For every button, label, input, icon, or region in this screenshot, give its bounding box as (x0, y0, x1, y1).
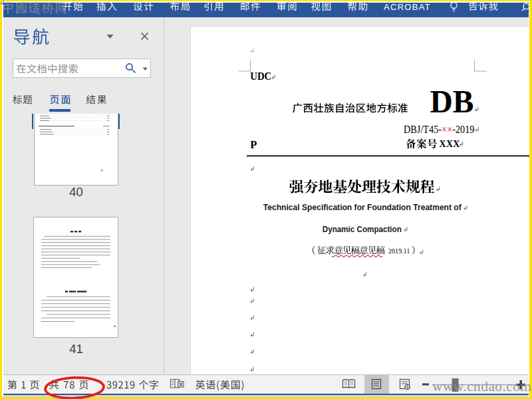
svg-text:40: 40 (69, 185, 83, 199)
svg-text:UDC: UDC (250, 70, 271, 82)
svg-text:DB: DB (430, 84, 474, 119)
svg-text:ACROBAT: ACROBAT (384, 2, 431, 12)
svg-text:www.cndao.com: www.cndao.com (432, 378, 532, 394)
svg-text:2019.11: 2019.11 (388, 247, 410, 255)
svg-text:XXX: XXX (440, 139, 460, 149)
svg-text:P: P (250, 138, 257, 151)
svg-text:Dynamic Compaction: Dynamic Compaction (323, 225, 402, 234)
svg-text:41: 41 (69, 342, 83, 356)
svg-text:DBJ/T45-××-2019: DBJ/T45-××-2019 (404, 123, 475, 136)
svg-text:Technical Specification for Fo: Technical Specification for Foundation T… (263, 202, 462, 212)
